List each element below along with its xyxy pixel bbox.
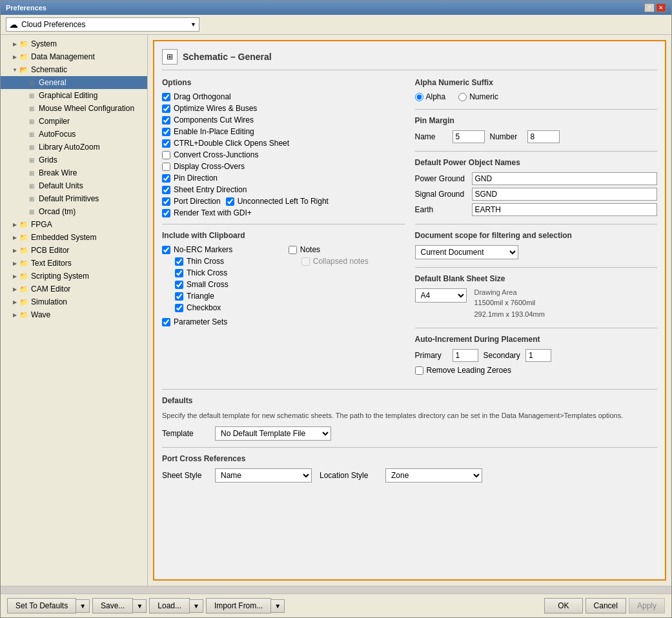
sidebar-item-scripting-system[interactable]: ▶ 📁 Scripting System (1, 270, 147, 283)
small-cross-checkbox[interactable] (175, 281, 183, 289)
earth-input[interactable] (472, 203, 658, 216)
alpha-radio[interactable] (415, 93, 423, 101)
set-to-defaults-button[interactable]: Set To Defaults (7, 598, 76, 613)
sidebar-item-text-editors[interactable]: ▶ 📁 Text Editors (1, 257, 147, 270)
components-cut-wires-checkbox[interactable] (162, 116, 170, 125)
sidebar-item-pcb-editor[interactable]: ▶ 📁 PCB Editor (1, 244, 147, 257)
sheet-entry-direction-checkbox[interactable] (162, 186, 170, 194)
sidebar-item-fpga[interactable]: ▶ 📁 FPGA (1, 218, 147, 231)
content-area: ⊞ Schematic – General Options Drag Ortho… (153, 40, 666, 581)
remove-leading-zeroes-checkbox[interactable] (415, 366, 423, 375)
collapse-arrow-icon: ▶ (11, 234, 19, 241)
secondary-input[interactable] (525, 349, 551, 362)
page-icon: ⊞ (26, 103, 37, 114)
numeric-radio[interactable] (458, 93, 467, 101)
cancel-button[interactable]: Cancel (585, 598, 626, 613)
components-cut-wires-label: Components Cut Wires (174, 115, 254, 125)
remove-leading-zeroes-item: Remove Leading Zeroes (415, 366, 658, 375)
sheet-size-select[interactable]: A4 A3 A2 Letter Legal (415, 288, 467, 303)
sidebar-item-default-units[interactable]: ⊞ Default Units (1, 179, 147, 192)
horizontal-scrollbar[interactable] (1, 586, 671, 593)
drag-orthogonal-checkbox[interactable] (162, 93, 170, 101)
apply-button[interactable]: Apply (629, 598, 665, 613)
sidebar-item-default-primitives[interactable]: ⊞ Default Primitives (1, 192, 147, 205)
number-input[interactable] (527, 130, 560, 143)
ctrl-double-click-checkbox[interactable] (162, 139, 170, 148)
secondary-label: Secondary (484, 351, 520, 360)
notes-checkbox[interactable] (289, 246, 297, 254)
save-arrow-button[interactable]: ▼ (133, 599, 147, 613)
render-text-gdi-checkbox[interactable] (162, 209, 170, 217)
triangle-checkbox[interactable] (175, 292, 183, 301)
no-erc-markers-checkbox[interactable] (162, 246, 170, 254)
display-cross-overs-label: Display Cross-Overs (174, 162, 245, 171)
collapse-arrow-icon: ▶ (11, 221, 19, 228)
thick-cross-label: Thick Cross (187, 268, 227, 277)
doc-scope-dropdown[interactable]: Current Document All Documents (415, 245, 518, 259)
close-button[interactable]: ✕ (656, 3, 666, 12)
thick-cross-checkbox[interactable] (175, 269, 183, 277)
drag-orthogonal-item: Drag Orthogonal (162, 92, 405, 101)
save-btn-group: Save... ▼ (92, 598, 147, 613)
checkbox-checkbox[interactable] (175, 304, 183, 312)
earth-row: Earth (415, 203, 658, 216)
sidebar-item-data-management[interactable]: ▶ 📁 Data Management (1, 50, 147, 63)
sidebar-item-system[interactable]: ▶ 📁 System (1, 37, 147, 50)
sidebar-item-embedded-system[interactable]: ▶ 📁 Embedded System (1, 231, 147, 244)
sheet-style-select[interactable]: Name Number Name/Number (215, 468, 312, 483)
triangle-label: Triangle (187, 292, 214, 301)
sidebar-item-mouse-wheel[interactable]: ⊞ Mouse Wheel Configuration (1, 102, 147, 115)
pin-direction-checkbox[interactable] (162, 174, 170, 183)
thin-cross-item: Thin Cross (175, 257, 278, 266)
sidebar-item-grids[interactable]: ⊞ Grids (1, 154, 147, 166)
import-from-button[interactable]: Import From... (206, 598, 271, 613)
left-column: Options Drag Orthogonal Optimize Wires &… (162, 78, 405, 383)
folder-icon: 📁 (19, 39, 29, 49)
sidebar-item-label: Orcad (tm) (39, 207, 76, 216)
save-button[interactable]: Save... (92, 598, 133, 613)
thin-cross-checkbox[interactable] (175, 257, 183, 266)
import-from-arrow-button[interactable]: ▼ (271, 599, 285, 613)
sidebar-item-autofocus[interactable]: ⊞ AutoFocus (1, 128, 147, 141)
optimize-wires-checkbox[interactable] (162, 105, 170, 113)
sidebar-item-graphical-editing[interactable]: ⊞ Graphical Editing (1, 89, 147, 102)
convert-cross-junctions-checkbox[interactable] (162, 151, 170, 159)
unconnected-left-right-checkbox[interactable] (226, 197, 234, 206)
auto-increment-row: Primary Secondary (415, 349, 658, 362)
sidebar-item-schematic[interactable]: ▼ 📂 Schematic (1, 63, 147, 76)
sidebar-item-orcad[interactable]: ⊞ Orcad (tm) (1, 205, 147, 218)
ok-button[interactable]: OK (544, 598, 582, 613)
divider (162, 447, 657, 448)
set-to-defaults-arrow-button[interactable]: ▼ (76, 599, 90, 613)
display-cross-overs-checkbox[interactable] (162, 163, 170, 171)
parameter-sets-checkbox[interactable] (162, 318, 170, 326)
help-button[interactable]: ? (644, 3, 655, 12)
primary-input[interactable] (453, 349, 478, 362)
sidebar-item-compiler[interactable]: ⊞ Compiler (1, 115, 147, 128)
sidebar-item-library-autozoom[interactable]: ⊞ Library AutoZoom (1, 141, 147, 154)
sidebar-item-simulation[interactable]: ▶ 📁 Simulation (1, 295, 147, 308)
sidebar-item-general[interactable]: ⊞ General (1, 76, 147, 89)
signal-ground-input[interactable] (472, 188, 658, 201)
load-button[interactable]: Load... (149, 598, 190, 613)
drawing-dims-2: 292.1mm x 193.04mm (474, 309, 545, 321)
load-arrow-button[interactable]: ▼ (190, 599, 203, 613)
collapsed-notes-checkbox[interactable] (301, 257, 310, 266)
name-input[interactable] (453, 130, 485, 143)
template-select[interactable]: No Default Template File Custom... (215, 426, 331, 441)
drawing-area-info: Drawing Area 11500mil x 7600mil 292.1mm … (474, 288, 545, 320)
enable-inplace-checkbox[interactable] (162, 128, 170, 136)
sidebar-item-wave[interactable]: ▶ 📁 Wave (1, 308, 147, 321)
power-ground-input[interactable] (472, 172, 658, 185)
collapse-arrow-icon: ▶ (11, 259, 19, 267)
cloud-preferences-dropdown[interactable]: ☁ Cloud Preferences ▼ (6, 17, 199, 32)
two-column-layout: Options Drag Orthogonal Optimize Wires &… (162, 78, 657, 383)
defaults-section: Defaults Specify the default template fo… (162, 396, 657, 441)
port-direction-checkbox[interactable] (162, 197, 170, 206)
thin-cross-label: Thin Cross (187, 257, 224, 266)
template-row: Template No Default Template File Custom… (162, 426, 657, 441)
location-style-select[interactable]: Zone Coordinates Zone/Coordinates (385, 468, 482, 483)
sidebar-item-cam-editor[interactable]: ▶ 📁 CAM Editor (1, 283, 147, 295)
sidebar-item-break-wire[interactable]: ⊞ Break Wire (1, 166, 147, 179)
title-bar: Preferences ? ✕ (1, 1, 671, 15)
